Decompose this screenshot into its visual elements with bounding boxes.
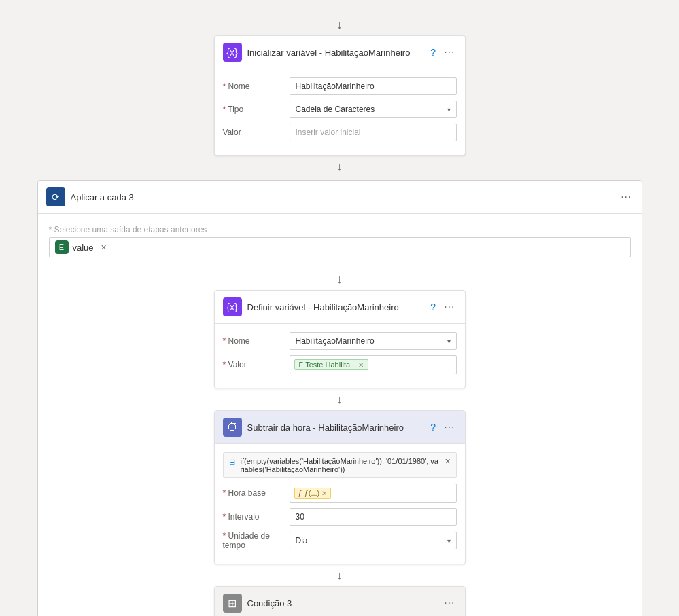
value-tag-icon: E (55, 240, 69, 254)
init-variable-header: {x} Inicializar variável - HabilitaçãoMa… (215, 36, 465, 69)
hora-base-label: Hora base (223, 488, 284, 498)
definir-var1-card: {x} Definir variável - HabilitaçãoMarinh… (214, 290, 466, 388)
select-output-label: * Selecione uma saída de etapas anterior… (49, 225, 207, 234)
tipo-field-row: Tipo Cadeia de Caracteres ▾ (223, 101, 457, 118)
loop-more-button[interactable]: ··· (619, 189, 633, 204)
arrow-loop-2: ↓ (336, 388, 343, 410)
tipo-label: Tipo (223, 105, 284, 114)
subtrair-title: Subtrair da hora - HabilitaçãoMarinheiro (247, 422, 424, 433)
condition3-card: ⊞ Condição 3 ··· DataHoje ✕ (214, 586, 466, 616)
formula-icon: ƒ (298, 489, 302, 497)
init-var-icon: {x} (223, 43, 242, 62)
canvas: ↓ {x} Inicializar variável - Habilitação… (0, 0, 679, 616)
tipo-dropdown[interactable]: Cadeia de Caracteres ▾ (290, 101, 457, 118)
init-var-help-button[interactable]: ? (429, 46, 437, 59)
formula-tag: ƒ ƒ(...) ✕ (294, 488, 332, 499)
value-tag-close[interactable]: ✕ (101, 243, 107, 252)
arrow-top: ↓ (336, 14, 343, 35)
arrow-loop-1: ↓ (336, 268, 343, 290)
loop-actions: ··· (619, 189, 633, 204)
arrow-loop-3: ↓ (336, 564, 343, 586)
definir-var1-actions: ? ··· (429, 300, 456, 314)
condition3-title: Condição 3 (247, 598, 438, 609)
intervalo-input[interactable]: 30 (290, 508, 457, 526)
nome-field-row: Nome HabilitaçãoMarinheiro (223, 77, 457, 95)
definir-var1-body: Nome HabilitaçãoMarinheiro ▾ Valor E Tes… (215, 324, 465, 388)
unidade-chevron-icon: ▾ (447, 537, 451, 545)
dv1-nome-label: Nome (223, 336, 284, 346)
definir-var1-title: Definir variável - HabilitaçãoMarinheiro (247, 302, 424, 312)
expr-close-icon[interactable]: ✕ (445, 457, 451, 466)
expr-icon: ⊟ (229, 458, 235, 467)
loop-icon: ⟳ (46, 187, 65, 206)
init-variable-actions: ? ··· (429, 45, 456, 60)
condition3-more-button[interactable]: ··· (442, 596, 456, 611)
condition3-icon: ⊞ (223, 594, 242, 613)
valor-label: Valor (223, 128, 284, 137)
definir-var1-help-button[interactable]: ? (429, 300, 437, 314)
init-variable-title: Inicializar variável - HabilitaçãoMarinh… (247, 48, 424, 58)
nome-input[interactable]: HabilitaçãoMarinheiro (290, 77, 457, 95)
expression-text: if(empty(variables('HabilitaçãoMarinheir… (241, 457, 439, 473)
unidade-label: Unidade de tempo (223, 531, 284, 550)
dv1-tag-icon: E (299, 361, 304, 369)
init-variable-body: Nome HabilitaçãoMarinheiro Tipo Cadeia d… (215, 69, 465, 155)
select-output-bar[interactable]: E value ✕ (49, 237, 631, 257)
formula-close[interactable]: ✕ (321, 490, 327, 497)
loop-body: * Selecione uma saída de etapas anterior… (38, 214, 642, 616)
subtrair-card: ⏱ Subtrair da hora - HabilitaçãoMarinhei… (214, 410, 466, 564)
expression-bar: ⊟ if(empty(variables('HabilitaçãoMarinhe… (223, 452, 457, 478)
subtrair-help-button[interactable]: ? (429, 420, 437, 434)
definir-var1-more-button[interactable]: ··· (442, 300, 456, 314)
loop-title: Aplicar a cada 3 (71, 192, 614, 202)
valor-field-row: Valor Inserir valor inicial (223, 124, 457, 141)
dv1-chevron-icon: ▾ (447, 338, 451, 345)
arrow-1: ↓ (336, 156, 343, 177)
loop-header: ⟳ Aplicar a cada 3 ··· (38, 181, 642, 214)
dv1-nome-row: Nome HabilitaçãoMarinheiro ▾ (223, 332, 457, 350)
dv1-tag-close[interactable]: ✕ (358, 361, 364, 369)
valor-input[interactable]: Inserir valor inicial (290, 124, 457, 141)
tipo-chevron-icon: ▾ (447, 106, 451, 113)
dv1-nome-dropdown[interactable]: HabilitaçãoMarinheiro ▾ (290, 332, 457, 350)
hora-base-input[interactable]: ƒ ƒ(...) ✕ (290, 484, 457, 503)
intervalo-label: Intervalo (223, 512, 284, 522)
intervalo-row: Intervalo 30 (223, 508, 457, 526)
dv1-tag: E Teste Habilita... ✕ (294, 359, 369, 370)
definir-var1-icon: {x} (223, 297, 242, 316)
unidade-dropdown[interactable]: Dia ▾ (290, 532, 457, 549)
subtrair-body: ⊟ if(empty(variables('HabilitaçãoMarinhe… (215, 444, 465, 564)
subtrair-actions: ? ··· (429, 420, 456, 435)
subtrair-header: ⏱ Subtrair da hora - HabilitaçãoMarinhei… (215, 411, 465, 444)
dv1-valor-label: Valor (223, 360, 284, 369)
init-var-more-button[interactable]: ··· (442, 45, 456, 60)
subtrair-more-button[interactable]: ··· (442, 420, 456, 435)
condition3-actions: ··· (442, 596, 456, 611)
nome-label: Nome (223, 81, 284, 91)
hora-base-row: Hora base ƒ ƒ(...) ✕ (223, 484, 457, 503)
init-variable-card: {x} Inicializar variável - HabilitaçãoMa… (214, 35, 466, 156)
definir-var1-header: {x} Definir variável - HabilitaçãoMarinh… (215, 291, 465, 324)
loop-container: ⟳ Aplicar a cada 3 ··· * Selecione uma s… (37, 180, 642, 616)
dv1-valor-row: Valor E Teste Habilita... ✕ (223, 355, 457, 374)
unidade-row: Unidade de tempo Dia ▾ (223, 531, 457, 550)
dv1-valor-input[interactable]: E Teste Habilita... ✕ (290, 355, 457, 374)
condition3-header: ⊞ Condição 3 ··· (215, 587, 465, 616)
subtrair-icon: ⏱ (223, 418, 242, 437)
value-tag: value (73, 242, 94, 253)
